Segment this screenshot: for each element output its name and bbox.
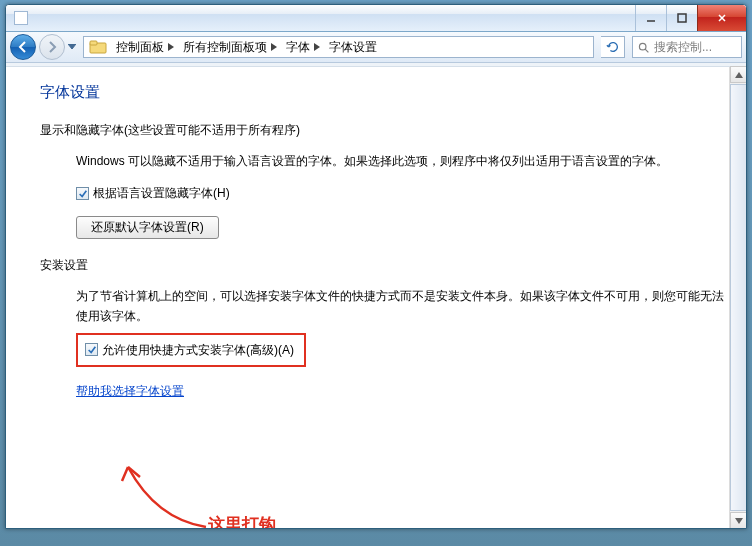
checkbox-label: 允许使用快捷方式安装字体(高级)(A): [102, 340, 294, 360]
chevron-right-icon: [168, 40, 174, 54]
vertical-scrollbar[interactable]: [729, 67, 746, 528]
page-title: 字体设置: [40, 83, 734, 102]
window-icon: [14, 11, 28, 25]
folder-icon: [88, 37, 108, 57]
section-title: 显示和隐藏字体(这些设置可能不适用于所有程序): [40, 122, 734, 139]
scroll-thumb[interactable]: [730, 84, 747, 511]
svg-rect-2: [90, 41, 97, 45]
chevron-right-icon: [314, 40, 320, 54]
close-button[interactable]: [697, 5, 746, 31]
breadcrumb-label: 字体: [286, 39, 310, 56]
window-titlebar: [6, 5, 746, 32]
explorer-window: 控制面板 所有控制面板项 字体 字体设置 搜索控制... 字体设置 显示和隐藏字…: [5, 4, 747, 529]
navigation-toolbar: 控制面板 所有控制面板项 字体 字体设置 搜索控制...: [6, 32, 746, 63]
minimize-button[interactable]: [635, 5, 666, 31]
help-link[interactable]: 帮助我选择字体设置: [76, 381, 184, 401]
maximize-button[interactable]: [666, 5, 697, 31]
checkbox-label: 根据语言设置隐藏字体(H): [93, 183, 230, 203]
address-bar[interactable]: 控制面板 所有控制面板项 字体 字体设置: [83, 36, 594, 58]
back-button[interactable]: [10, 34, 36, 60]
breadcrumb-label: 控制面板: [116, 39, 164, 56]
scroll-down-button[interactable]: [730, 512, 747, 529]
scroll-up-button[interactable]: [730, 66, 747, 83]
hide-fonts-checkbox-row[interactable]: 根据语言设置隐藏字体(H): [76, 183, 732, 203]
section-text: Windows 可以隐藏不适用于输入语言设置的字体。如果选择此选项，则程序中将仅…: [76, 151, 732, 171]
shortcut-install-checkbox-row[interactable]: 允许使用快捷方式安装字体(高级)(A): [85, 340, 294, 360]
highlighted-box: 允许使用快捷方式安装字体(高级)(A): [76, 333, 306, 367]
section-show-hide-fonts: 显示和隐藏字体(这些设置可能不适用于所有程序) Windows 可以隐藏不适用于…: [40, 122, 734, 257]
breadcrumb-item[interactable]: 控制面板: [110, 39, 177, 56]
section-text: 为了节省计算机上的空间，可以选择安装字体文件的快捷方式而不是安装文件本身。如果该…: [76, 286, 732, 327]
checkbox-icon: [76, 187, 89, 200]
breadcrumb-item[interactable]: 字体设置: [323, 39, 380, 56]
restore-defaults-button[interactable]: 还原默认字体设置(R): [76, 216, 219, 239]
search-input[interactable]: 搜索控制...: [632, 36, 742, 58]
svg-point-3: [639, 43, 646, 50]
breadcrumb-item[interactable]: 所有控制面板项: [177, 39, 280, 56]
section-title: 安装设置: [40, 257, 734, 274]
checkbox-icon: [85, 343, 98, 356]
section-install-settings: 安装设置 为了节省计算机上的空间，可以选择安装字体文件的快捷方式而不是安装文件本…: [40, 257, 734, 420]
refresh-button[interactable]: [601, 36, 625, 58]
breadcrumb-label: 字体设置: [329, 39, 377, 56]
search-placeholder: 搜索控制...: [654, 39, 712, 56]
search-icon: [637, 41, 650, 54]
breadcrumb-label: 所有控制面板项: [183, 39, 267, 56]
annotation-text: 这里打钩: [208, 513, 276, 528]
content-area: 字体设置 显示和隐藏字体(这些设置可能不适用于所有程序) Windows 可以隐…: [6, 67, 746, 528]
history-dropdown[interactable]: [68, 35, 76, 59]
breadcrumb-item[interactable]: 字体: [280, 39, 323, 56]
annotation-arrow: 这里打钩: [116, 459, 216, 528]
svg-rect-0: [678, 14, 686, 22]
chevron-right-icon: [271, 40, 277, 54]
forward-button[interactable]: [39, 34, 65, 60]
